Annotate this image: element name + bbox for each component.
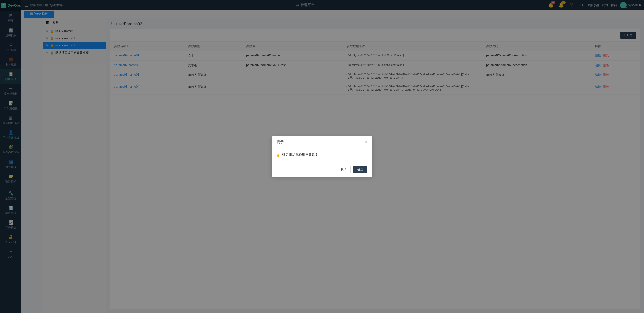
dialog-title: 提示 <box>277 140 284 144</box>
dialog-body: ● 确定删除此条用户参数？ <box>272 147 372 163</box>
dialog-header: 提示 × <box>272 136 372 147</box>
confirm-button[interactable]: 确定 <box>353 166 367 173</box>
warning-icon: ● <box>277 152 280 158</box>
confirm-dialog: 提示 × ● 确定删除此条用户参数？ 取消 确定 <box>272 136 372 177</box>
dialog-close-button[interactable]: × <box>365 140 367 144</box>
dialog-message: 确定删除此条用户参数？ <box>282 152 318 157</box>
confirm-dialog-overlay[interactable]: 提示 × ● 确定删除此条用户参数？ 取消 确定 <box>0 0 644 313</box>
cancel-button[interactable]: 取消 <box>336 166 351 173</box>
dialog-footer: 取消 确定 <box>272 163 372 177</box>
